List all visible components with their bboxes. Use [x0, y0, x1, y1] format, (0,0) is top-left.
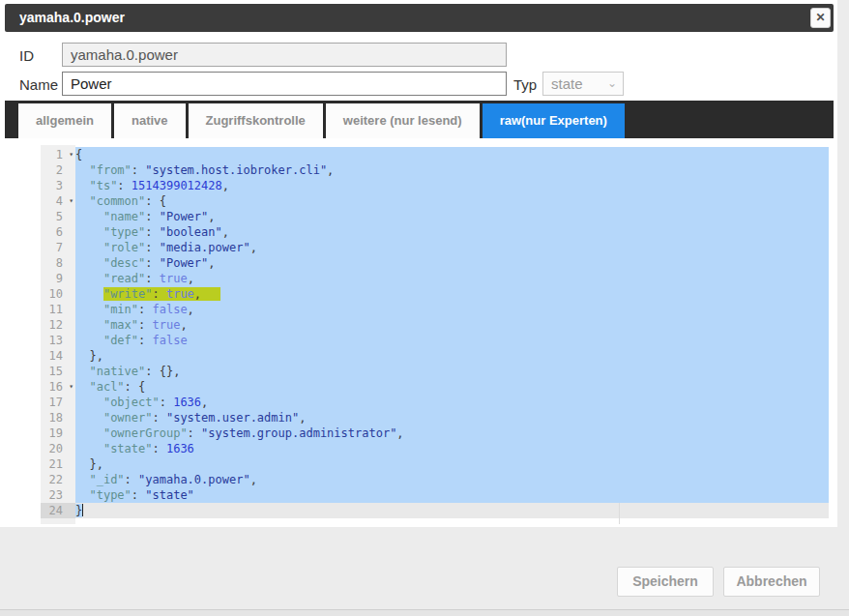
code-line[interactable]: }, [75, 348, 829, 364]
line-number: 2 [41, 162, 75, 178]
line-number: 18 [41, 410, 75, 425]
code-line[interactable]: "_id": "yamaha.0.power", [75, 472, 829, 487]
code-line[interactable]: "read": true, [75, 271, 829, 286]
code-line[interactable]: "desc": "Power", [75, 255, 829, 271]
code-line[interactable]: "common": { [75, 193, 829, 209]
line-number: 12 [41, 317, 75, 333]
line-number: 5 [41, 209, 75, 224]
tab-zugriffskontrolle[interactable]: Zugriffskontrolle [189, 103, 323, 138]
line-number: 17 [41, 395, 75, 410]
code-line[interactable]: }, [75, 456, 829, 472]
code-line[interactable]: "def": false [75, 333, 829, 348]
editor-gutter: 1▾234▾5678910111213141516▾17181920212223… [41, 145, 75, 524]
code-line[interactable]: "native": {}, [75, 364, 829, 379]
line-number: 6 [41, 224, 75, 240]
tab-weitere-nur-lesend[interactable]: weitere (nur lesend) [326, 103, 480, 138]
json-editor[interactable]: 1▾234▾5678910111213141516▾17181920212223… [41, 145, 829, 524]
selection-fragment: } [75, 504, 82, 517]
line-number: 4▾ [41, 193, 75, 209]
id-label: ID [19, 47, 34, 64]
close-icon: ✕ [815, 11, 825, 24]
save-button[interactable]: Speichern [617, 567, 714, 597]
dialog-title: yamaha.0.power [19, 4, 125, 32]
code-line[interactable]: "owner": "system.user.admin", [75, 410, 829, 425]
fold-arrow-icon[interactable]: ▾ [69, 147, 73, 162]
fold-arrow-icon[interactable]: ▾ [69, 193, 73, 209]
code-line[interactable]: "from": "system.host.iobroker.cli", [75, 162, 829, 178]
write-highlight: "write": true, [103, 287, 220, 301]
code-line[interactable]: "state": 1636 [75, 441, 829, 456]
code-line[interactable]: "type": "boolean", [75, 224, 829, 240]
line-number: 11 [41, 302, 75, 317]
line-number: 3 [41, 178, 75, 193]
code-line[interactable]: "ts": 1514399012428, [75, 178, 829, 193]
line-number: 24 [41, 503, 75, 518]
code-line[interactable]: } [75, 503, 829, 518]
fold-arrow-icon[interactable]: ▾ [69, 379, 73, 395]
chevron-down-icon: ⌄ [607, 73, 617, 95]
line-number: 16▾ [41, 379, 75, 395]
type-label: Typ [513, 76, 537, 93]
tab-allgemein[interactable]: allgemein [18, 103, 111, 138]
code-line[interactable]: "role": "media.power", [75, 240, 829, 255]
id-input[interactable] [62, 43, 507, 67]
page-background-strip [837, 0, 849, 616]
code-line[interactable]: "write": true, [75, 286, 829, 302]
code-line[interactable]: "name": "Power", [75, 209, 829, 224]
footer-bottom-strip [0, 610, 849, 616]
line-number: 23 [41, 487, 75, 503]
line-number: 1▾ [41, 147, 75, 162]
dialog-titlebar: yamaha.0.power ✕ [5, 4, 834, 32]
object-edit-dialog: yamaha.0.power ✕ ID Name Typ state ⌄ all… [0, 0, 849, 616]
code-line[interactable]: "type": "state" [75, 487, 829, 503]
line-number: 9 [41, 271, 75, 286]
line-number: 10 [41, 286, 75, 302]
code-line[interactable]: "ownerGroup": "system.group.administrato… [75, 425, 829, 441]
code-line[interactable]: "object": 1636, [75, 395, 829, 410]
line-number: 14 [41, 348, 75, 364]
type-select-value: state [551, 75, 583, 92]
dialog-footer: Speichern Abbrechen [0, 527, 849, 609]
line-number: 21 [41, 456, 75, 472]
code-line[interactable]: { [75, 147, 829, 162]
name-label: Name [19, 76, 58, 93]
line-number: 20 [41, 441, 75, 456]
line-number: 19 [41, 425, 75, 441]
close-button[interactable]: ✕ [810, 8, 831, 28]
tab-native[interactable]: native [114, 103, 186, 138]
editor-code-area[interactable]: { "from": "system.host.iobroker.cli", "t… [75, 145, 829, 524]
print-margin [619, 503, 620, 524]
type-select[interactable]: state ⌄ [542, 72, 624, 96]
line-number: 15 [41, 364, 75, 379]
line-number: 13 [41, 333, 75, 348]
code-line[interactable]: "max": true, [75, 317, 829, 333]
text-cursor [82, 504, 83, 516]
cancel-button[interactable]: Abbrechen [723, 567, 820, 597]
code-line[interactable]: "min": false, [75, 302, 829, 317]
line-number: 7 [41, 240, 75, 255]
line-number: 22 [41, 472, 75, 487]
code-line[interactable]: "acl": { [75, 379, 829, 395]
line-number: 8 [41, 255, 75, 271]
name-input[interactable] [62, 72, 507, 96]
tab-bar: allgemeinnativeZugriffskontrolleweitere … [5, 101, 834, 138]
tab-raw-nur-experten[interactable]: raw(nur Experten) [483, 103, 625, 138]
